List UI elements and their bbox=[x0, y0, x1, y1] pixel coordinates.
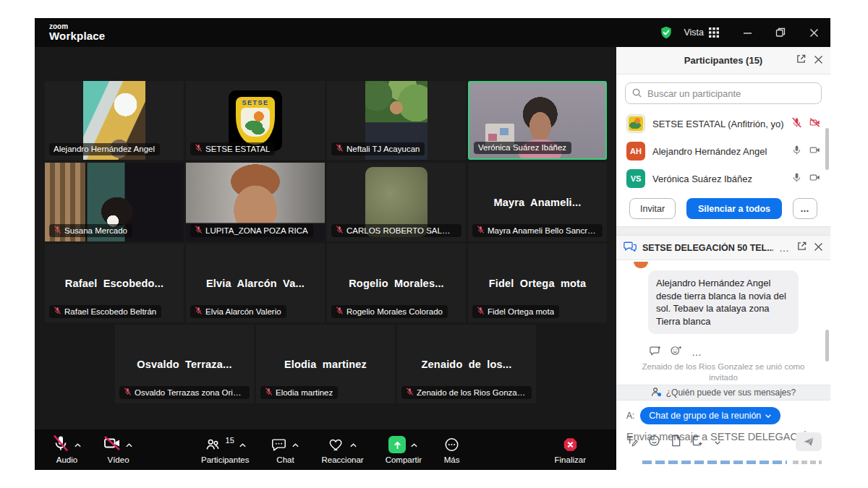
chat-messages-area[interactable]: Alejandro Hernández Angel desde tierra b… bbox=[616, 260, 830, 385]
side-panel: Participantes (15) SETSE ESTATAL (Anfitr… bbox=[616, 47, 830, 470]
participant-tile-veronica[interactable]: Verónica Suárez Ibáñez bbox=[468, 81, 607, 160]
chat-label: Chat bbox=[276, 455, 294, 464]
setse-logo: SETSE bbox=[229, 90, 282, 151]
chat-options-caret[interactable] bbox=[292, 438, 299, 451]
send-message-button[interactable] bbox=[796, 432, 822, 451]
chat-popout-icon[interactable] bbox=[796, 241, 807, 254]
add-reaction-icon[interactable] bbox=[671, 346, 682, 359]
title-bar: zoom Workplace Vista bbox=[35, 18, 830, 47]
tile-name-label: Verónica Suárez Ibáñez bbox=[474, 142, 571, 154]
grid-view-icon bbox=[709, 27, 719, 38]
participant-tile-elodia[interactable]: Elodia martinez Elodia martinez bbox=[256, 325, 395, 403]
participant-tile-lupita[interactable]: LUPITA_ZONA POZA RICA bbox=[186, 163, 325, 241]
end-meeting-icon bbox=[562, 437, 579, 453]
participants-options-caret[interactable] bbox=[239, 438, 247, 451]
screenshot-icon[interactable] bbox=[692, 435, 704, 450]
muted-mic-icon bbox=[54, 226, 61, 235]
participant-tile-rogelio[interactable]: Rogelio Morales... Rogelio Morales Color… bbox=[327, 244, 466, 322]
minimize-button[interactable] bbox=[731, 18, 764, 47]
chat-panel-header: SETSE DELEGACIÓN 50 TEL... … bbox=[616, 236, 830, 260]
emoji-icon[interactable] bbox=[648, 435, 660, 450]
tile-name-label: Alejandro Hernández Angel bbox=[49, 143, 160, 155]
chat-button[interactable]: Chat bbox=[271, 435, 299, 464]
participants-more-button[interactable]: … bbox=[793, 198, 817, 219]
meeting-toolbar: Audio Vídeo 15 Participantes Chat bbox=[35, 429, 616, 470]
clipped-text-line bbox=[642, 461, 787, 464]
participant-tile-carlos[interactable]: CARLOS ROBERTO SALOMON... bbox=[327, 163, 466, 241]
participant-tile-susana[interactable]: Susana Mercado bbox=[45, 163, 184, 241]
end-meeting-label: Finalizar bbox=[555, 455, 586, 464]
muted-mic-icon bbox=[336, 144, 344, 153]
view-label: Vista bbox=[684, 27, 704, 38]
tile-name-label: Neftali TJ Acayucan bbox=[331, 142, 425, 155]
brand-workplace: Workplace bbox=[49, 30, 105, 42]
muted-mic-icon bbox=[477, 226, 485, 235]
participant-tile-elvia[interactable]: Elvia Alarcón Va... Elvia Alarcón Valeri… bbox=[186, 244, 325, 322]
tile-name-label: SETSE ESTATAL bbox=[190, 142, 275, 155]
muted-mic-icon bbox=[124, 388, 132, 397]
participant-tile-setse[interactable]: SETSE SETSE ESTATAL bbox=[186, 81, 325, 160]
search-participant-input[interactable] bbox=[625, 82, 822, 104]
audio-button[interactable]: Audio bbox=[52, 435, 82, 464]
participant-tile-neftali[interactable]: Neftali TJ Acayucan bbox=[327, 81, 466, 160]
chat-icon bbox=[271, 437, 287, 453]
camera-off-icon[interactable] bbox=[809, 117, 820, 131]
video-options-caret[interactable] bbox=[125, 438, 133, 451]
capture-options-chevron[interactable] bbox=[714, 435, 721, 448]
audio-options-caret[interactable] bbox=[74, 438, 82, 451]
reply-in-thread-icon[interactable] bbox=[650, 346, 661, 359]
participant-row[interactable]: SETSE ESTATAL (Anfitrión, yo) bbox=[616, 110, 830, 137]
restore-button[interactable] bbox=[764, 18, 797, 47]
participant-tile-osvaldo[interactable]: Osvaldo Terraza... Osvaldo Terrazas zona… bbox=[115, 325, 254, 403]
video-button[interactable]: Vídeo bbox=[103, 435, 133, 464]
participants-label: Participantes bbox=[201, 455, 249, 464]
participant-list: SETSE ESTATAL (Anfitrión, yo) AHAlejandr… bbox=[616, 110, 830, 192]
chevron-down-icon bbox=[765, 414, 772, 419]
mute-all-button[interactable]: Silenciar a todos bbox=[686, 198, 782, 219]
video-label: Vídeo bbox=[107, 455, 129, 464]
security-shield-icon[interactable] bbox=[659, 25, 673, 40]
chat-more-icon[interactable]: … bbox=[779, 244, 790, 252]
mic-icon[interactable] bbox=[791, 145, 802, 158]
muted-mic-icon bbox=[406, 388, 414, 397]
attach-file-icon[interactable] bbox=[671, 435, 681, 450]
participant-tile-alejandro[interactable]: Alejandro Hernández Angel bbox=[45, 81, 184, 160]
participant-tile-rafael[interactable]: Rafael Escobedo... Rafael Escobedo Beltr… bbox=[45, 244, 184, 322]
chat-close-icon[interactable] bbox=[814, 241, 823, 254]
privacy-notice-bar[interactable]: ¿Quién puede ver sus mensajes? bbox=[616, 385, 830, 401]
chat-compose-area: A: Chat de grupo de la reunión Enviar me… bbox=[616, 401, 830, 470]
react-options-caret[interactable] bbox=[349, 438, 357, 451]
end-meeting-button[interactable]: Finalizar bbox=[555, 435, 586, 464]
message-more-icon[interactable]: … bbox=[692, 348, 702, 356]
participant-row[interactable]: AHAlejandro Hernández Angel bbox=[616, 137, 830, 165]
participant-row[interactable]: VSVerónica Suárez Ibáñez bbox=[616, 165, 830, 192]
view-button[interactable]: Vista bbox=[684, 27, 719, 38]
recipient-selector[interactable]: Chat de grupo de la reunión bbox=[640, 407, 780, 424]
muted-mic-icon bbox=[195, 144, 203, 153]
camera-icon[interactable] bbox=[809, 145, 820, 158]
react-button[interactable]: Reaccionar bbox=[321, 435, 363, 464]
tile-name-label: Susana Mercado bbox=[49, 224, 132, 237]
mic-muted-icon[interactable] bbox=[791, 117, 802, 131]
invite-button[interactable]: Invitar bbox=[629, 198, 676, 219]
participant-tile-fidel[interactable]: Fidel Ortega mota Fidel Ortega mota bbox=[468, 244, 607, 322]
muted-mic-icon bbox=[336, 307, 344, 316]
tile-name-label: Zenaido de los Rios Gonzalez bbox=[401, 386, 532, 399]
format-text-icon[interactable] bbox=[625, 435, 638, 450]
system-message: Zenaido de los Rios Gonzalez se unió com… bbox=[631, 361, 816, 383]
close-window-button[interactable] bbox=[797, 18, 830, 47]
participants-button[interactable]: 15 Participantes bbox=[201, 435, 249, 464]
chat-bubbles-icon bbox=[624, 241, 637, 255]
mic-icon[interactable] bbox=[791, 172, 802, 186]
participant-tile-mayra[interactable]: Mayra Anameli... Mayra Anameli Bello San… bbox=[468, 163, 607, 241]
participant-avatar: AH bbox=[626, 142, 645, 160]
close-participants-icon[interactable] bbox=[814, 54, 823, 67]
camera-icon[interactable] bbox=[809, 172, 820, 186]
more-button[interactable]: Más bbox=[443, 435, 460, 464]
share-options-caret[interactable] bbox=[410, 438, 418, 451]
participants-scrollbar[interactable] bbox=[825, 128, 829, 170]
popout-icon[interactable] bbox=[796, 53, 807, 67]
chat-scrollbar[interactable] bbox=[825, 330, 829, 361]
share-button[interactable]: Compartir bbox=[386, 435, 422, 464]
participant-tile-zenaido[interactable]: Zenaido de los... Zenaido de los Rios Go… bbox=[397, 325, 536, 403]
